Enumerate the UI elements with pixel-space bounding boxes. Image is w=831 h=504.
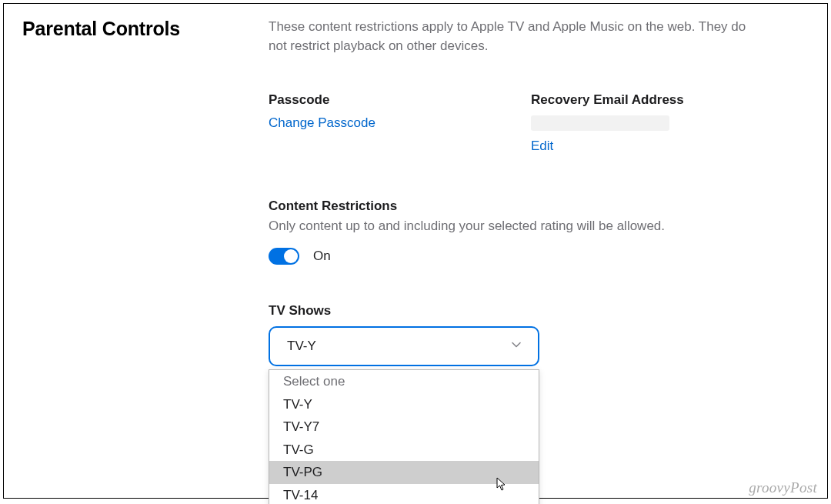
toggle-state-label: On [313, 249, 331, 264]
recovery-email-label: Recovery Email Address [531, 92, 747, 108]
chevron-down-icon [512, 342, 521, 351]
content-restrictions-toggle[interactable] [269, 248, 299, 265]
description-text: These content restrictions apply to Appl… [269, 18, 747, 55]
toggle-knob [284, 249, 298, 263]
tv-shows-option[interactable]: Select one [269, 370, 539, 393]
tv-shows-option[interactable]: TV-14 [269, 484, 539, 504]
recovery-email-block: Recovery Email Address Edit [531, 92, 747, 154]
watermark: groovyPost [749, 479, 817, 496]
tv-shows-option[interactable]: TV-PG [269, 461, 539, 484]
tv-shows-option[interactable]: TV-Y7 [269, 416, 539, 439]
passcode-label: Passcode [269, 92, 485, 108]
content-restrictions-desc: Only content up to and including your se… [269, 219, 747, 234]
edit-email-link[interactable]: Edit [531, 139, 747, 154]
tv-shows-selected-value: TV-Y [287, 339, 316, 354]
tv-shows-option[interactable]: TV-G [269, 439, 539, 462]
change-passcode-link[interactable]: Change Passcode [269, 115, 485, 131]
tv-shows-dropdown-list: Select oneTV-YTV-Y7TV-GTV-PGTV-14TV-MA [269, 369, 539, 504]
tv-shows-select[interactable]: TV-Y [269, 326, 539, 366]
tv-shows-option[interactable]: TV-Y [269, 393, 539, 416]
recovery-email-value [531, 115, 669, 131]
page-title: Parental Controls [22, 18, 269, 40]
passcode-block: Passcode Change Passcode [269, 92, 485, 154]
content-restrictions-title: Content Restrictions [269, 199, 747, 214]
tv-shows-label: TV Shows [269, 303, 747, 319]
